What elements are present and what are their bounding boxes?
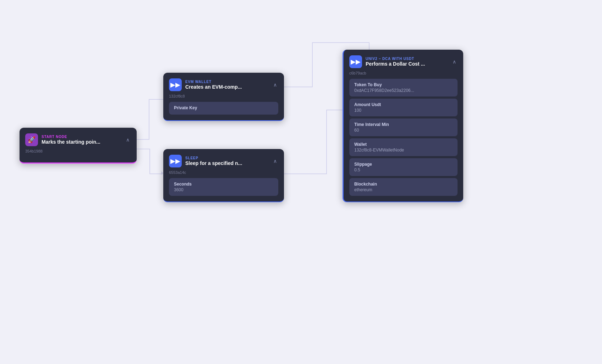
- sleep-node-header: ▶▶ SLEEP Sleep for a specified n... ∧: [169, 155, 278, 167]
- sleep-arrow-icon: ▶▶: [170, 157, 180, 165]
- start-node-category: START NODE: [42, 135, 100, 139]
- start-node-header: 🚀 START NODE Marks the starting poin... …: [25, 133, 131, 146]
- slippage-value: 0.5: [354, 167, 453, 172]
- token-to-buy-field: Token To Buy 0xdAC17F958D2ee523a2206...: [349, 79, 458, 96]
- start-node: 🚀 START NODE Marks the starting poin... …: [20, 128, 137, 164]
- sleep-node-title: Sleep for a specified n...: [185, 160, 242, 166]
- univ2-node-category: UNIV2 – DCA WITH USDT: [366, 57, 425, 61]
- start-node-icon: 🚀: [25, 133, 38, 146]
- seconds-label: Seconds: [174, 182, 273, 187]
- univ2-node-id: c6b79acb: [349, 71, 458, 75]
- evm-node-id: 132cf8c8: [169, 94, 278, 98]
- evm-node-category: EVM WALLET: [185, 80, 242, 84]
- sleep-node-category: SLEEP: [185, 156, 242, 160]
- seconds-field: Seconds 3600: [169, 178, 278, 196]
- evm-node-header: ▶▶ EVM WALLET Creates an EVM-comp... ∧: [169, 78, 278, 91]
- start-node-title: Marks the starting poin...: [42, 139, 100, 145]
- wallet-label: Wallet: [354, 142, 453, 147]
- sleep-node-id: 6553a14c: [169, 170, 278, 175]
- evm-wallet-node: ▶▶ EVM WALLET Creates an EVM-comp... ∧ 1…: [163, 73, 284, 121]
- private-key-field: Private Key: [169, 102, 278, 115]
- evm-node-title: Creates an EVM-comp...: [185, 84, 242, 90]
- start-node-id: 354b1988: [25, 149, 131, 153]
- slippage-label: Slippage: [354, 162, 453, 167]
- rocket-icon: 🚀: [28, 136, 35, 144]
- token-to-buy-label: Token To Buy: [354, 82, 453, 87]
- slippage-field: Slippage 0.5: [349, 158, 458, 176]
- seconds-value: 3600: [174, 187, 273, 192]
- amount-usdt-label: Amount Usdt: [354, 102, 453, 107]
- evm-node-collapse-button[interactable]: ∧: [272, 81, 278, 88]
- blockchain-label: Blockchain: [354, 182, 453, 187]
- univ2-node-icon: ▶▶: [349, 55, 362, 68]
- amount-usdt-value: 100: [354, 108, 453, 113]
- token-to-buy-value: 0xdAC17F958D2ee523a2206...: [354, 88, 453, 93]
- time-interval-field: Time Interval Min 60: [349, 118, 458, 136]
- private-key-label: Private Key: [174, 105, 273, 110]
- blockchain-value: ethereum: [354, 187, 453, 192]
- wallet-value: 132cf8c8-EVMWalletNode: [354, 148, 453, 153]
- time-interval-value: 60: [354, 128, 453, 133]
- evm-node-icon: ▶▶: [169, 78, 182, 91]
- wallet-field: Wallet 132cf8c8-EVMWalletNode: [349, 138, 458, 156]
- start-node-collapse-button[interactable]: ∧: [125, 136, 131, 143]
- time-interval-label: Time Interval Min: [354, 122, 453, 127]
- sleep-node: ▶▶ SLEEP Sleep for a specified n... ∧ 65…: [163, 149, 284, 202]
- amount-usdt-field: Amount Usdt 100: [349, 99, 458, 116]
- arrow-double-icon: ▶▶: [170, 81, 180, 89]
- sleep-node-collapse-button[interactable]: ∧: [272, 158, 278, 165]
- blockchain-field: Blockchain ethereum: [349, 178, 458, 196]
- sleep-node-icon: ▶▶: [169, 155, 182, 167]
- univ2-node: ▶▶ UNIV2 – DCA WITH USDT Performs a Doll…: [343, 50, 463, 202]
- univ2-node-title: Performs a Dollar Cost ...: [366, 61, 425, 67]
- univ2-arrow-icon: ▶▶: [351, 58, 361, 66]
- univ2-node-header: ▶▶ UNIV2 – DCA WITH USDT Performs a Doll…: [349, 55, 458, 68]
- univ2-node-collapse-button[interactable]: ∧: [451, 58, 458, 65]
